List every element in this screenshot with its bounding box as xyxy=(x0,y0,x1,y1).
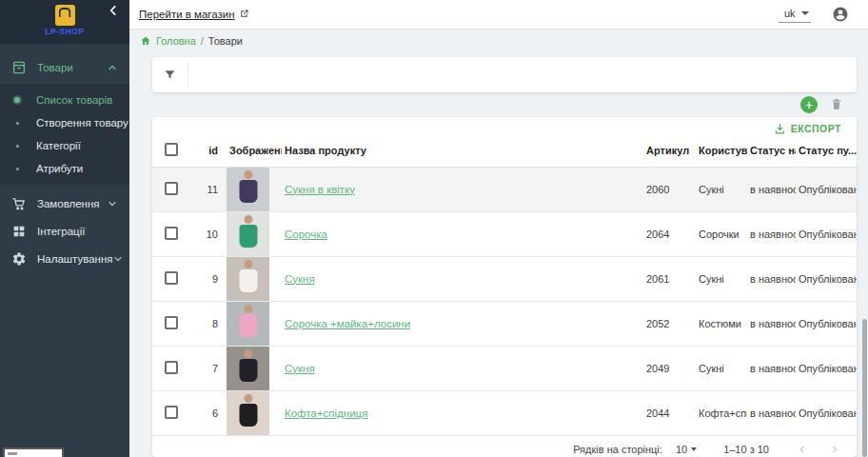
table-row[interactable]: 6 Кофта+спідниця 2044 Кофта+спідниці в н… xyxy=(152,390,857,435)
sidebar-item-product-list[interactable]: Список товарів xyxy=(0,89,129,111)
submenu-item-label: Список товарів xyxy=(36,94,112,106)
product-image xyxy=(227,212,269,256)
cell-sku: 2064 xyxy=(643,211,696,256)
cell-stock: в наявності xyxy=(747,301,796,346)
product-image xyxy=(227,257,269,301)
bullet-icon xyxy=(14,97,20,103)
delete-icon[interactable] xyxy=(830,97,843,111)
breadcrumb-home[interactable]: Головна xyxy=(156,35,196,47)
product-link[interactable]: Сукня xyxy=(285,363,315,374)
select-all-checkbox[interactable] xyxy=(165,143,178,156)
caret-down-icon xyxy=(691,447,697,451)
sidebar-item-categories[interactable]: Категорії xyxy=(0,134,129,157)
logo-text: LP-SHOP xyxy=(45,27,84,36)
chevron-down-icon xyxy=(112,253,124,265)
submenu-item-label: Атрибути xyxy=(36,163,83,174)
filter-icon[interactable] xyxy=(163,68,177,82)
cell-sku: 2044 xyxy=(643,390,696,435)
product-image xyxy=(227,391,269,435)
row-checkbox[interactable] xyxy=(165,316,178,329)
toolbar-divider xyxy=(187,62,188,87)
sidebar-item-create-product[interactable]: Створення товару xyxy=(0,111,129,134)
sidebar-header: LP-SHOP xyxy=(0,0,129,44)
sidebar-item-orders[interactable]: Замовлення xyxy=(0,189,129,217)
sidebar-item-products[interactable]: Товари xyxy=(0,53,129,81)
product-link[interactable]: Сорочка +майка+лосини xyxy=(285,318,410,329)
external-link-icon xyxy=(239,9,249,19)
apps-icon xyxy=(11,224,27,239)
add-product-button[interactable]: + xyxy=(800,96,818,113)
table-row[interactable]: 10 Сорочка 2064 Сорочки в наявності Опуб… xyxy=(152,211,857,256)
cell-id: 11 xyxy=(196,167,227,211)
products-table: id Зображення Назва продукту Артикул Кор… xyxy=(152,137,857,436)
table-row[interactable]: 9 Сукня 2061 Сукні в наявності Опубліков… xyxy=(152,256,857,301)
rows-per-page-select[interactable]: 10 xyxy=(676,444,697,455)
table-header-row: id Зображення Назва продукту Артикул Кор… xyxy=(152,137,857,168)
account-icon[interactable] xyxy=(832,6,849,23)
cell-sku: 2049 xyxy=(643,346,696,390)
sidebar: LP-SHOP Товари Список товарів xyxy=(0,0,129,457)
cell-id: 8 xyxy=(196,301,227,346)
product-image xyxy=(227,347,269,390)
home-icon xyxy=(140,35,151,47)
row-checkbox[interactable] xyxy=(165,227,178,240)
sidebar-item-settings[interactable]: Налаштування xyxy=(0,245,129,272)
product-image xyxy=(227,168,269,211)
row-checkbox[interactable] xyxy=(165,361,178,374)
inventory-icon xyxy=(11,60,27,75)
cell-published: Опубліковано xyxy=(796,211,857,256)
bullet-icon xyxy=(16,168,19,170)
topbar-right: uk xyxy=(779,6,849,23)
submenu-item-label: Категорії xyxy=(36,140,81,151)
filter-toolbar xyxy=(152,57,857,92)
product-link[interactable]: Сорочка xyxy=(285,228,327,240)
product-image xyxy=(227,302,269,346)
previous-page-icon[interactable] xyxy=(798,445,807,454)
cell-sku: 2060 xyxy=(643,167,696,211)
sidebar-item-integrations[interactable]: Інтеграції xyxy=(0,217,129,245)
cell-stock: в наявності xyxy=(747,390,796,435)
scrollbar-thumb[interactable] xyxy=(862,319,867,457)
product-link[interactable]: Кофта+спідниця xyxy=(285,407,367,419)
row-checkbox[interactable] xyxy=(165,182,178,195)
cell-stock: в наявності xyxy=(747,211,796,256)
export-button[interactable]: ЕКСПОРТ xyxy=(774,123,841,135)
table-row[interactable]: 7 Сукня 2049 Сукні в наявності Опубліков… xyxy=(152,346,857,390)
topbar: Перейти в магазин uk xyxy=(129,0,868,30)
chevron-down-icon xyxy=(107,198,118,209)
cell-published: Опубліковано xyxy=(796,167,857,211)
row-checkbox[interactable] xyxy=(165,406,178,419)
column-name[interactable]: Назва продукту xyxy=(282,137,643,168)
shopping-bag-icon xyxy=(55,5,75,26)
rows-per-page-label: Рядків на сторінці: xyxy=(573,444,662,455)
product-link[interactable]: Сукня в квітку xyxy=(285,184,355,195)
cell-published: Опубліковано xyxy=(796,256,857,301)
go-to-store-link[interactable]: Перейти в магазин xyxy=(139,9,249,20)
sidebar-collapse-icon[interactable] xyxy=(107,4,120,17)
row-checkbox[interactable] xyxy=(165,271,178,285)
pagination-range: 1–10 з 10 xyxy=(723,444,769,455)
table-row[interactable]: 8 Сорочка +майка+лосини 2052 Костюми в н… xyxy=(152,301,857,346)
column-user[interactable]: Користува... xyxy=(696,137,747,168)
cell-published: Опубліковано xyxy=(796,390,857,435)
cell-published: Опубліковано xyxy=(796,301,857,346)
column-id[interactable]: id xyxy=(196,137,227,168)
column-image[interactable]: Зображення xyxy=(227,137,282,168)
language-value: uk xyxy=(784,8,796,19)
table-row[interactable]: 11 Сукня в квітку 2060 Сукні в наявності… xyxy=(152,167,857,211)
shop-logo[interactable]: LP-SHOP xyxy=(45,5,84,36)
sidebar-item-attributes[interactable]: Атрибути xyxy=(0,157,129,180)
next-page-icon[interactable] xyxy=(830,445,839,454)
column-stock-status[interactable]: Статус на... xyxy=(747,137,796,168)
language-select[interactable]: uk xyxy=(779,6,811,23)
products-submenu: Список товарів Створення товару Категорі… xyxy=(0,84,129,185)
product-link[interactable]: Сукня xyxy=(285,273,315,285)
column-sku[interactable]: Артикул xyxy=(643,137,696,168)
cell-id: 6 xyxy=(196,390,227,435)
gear-icon xyxy=(11,251,27,267)
cell-category: Сорочки xyxy=(696,211,747,256)
export-row: ЕКСПОРТ xyxy=(152,117,857,137)
column-publish-status[interactable]: Статус пу... xyxy=(796,137,857,168)
breadcrumb: Головна / Товари xyxy=(129,30,868,51)
bullet-icon xyxy=(16,122,19,125)
